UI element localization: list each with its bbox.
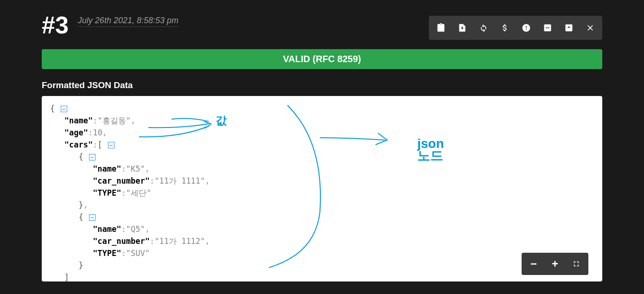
fullscreen-button[interactable] (566, 255, 587, 273)
json-key: "car_number" (93, 176, 150, 185)
json-value: "홍길동" (97, 116, 130, 125)
tab-number: #3 (42, 13, 69, 37)
json-key: "name" (93, 164, 121, 173)
validation-banner: VALID (RFC 8259) (42, 49, 602, 69)
json-value: "11가 1111" (154, 176, 205, 185)
close-button[interactable] (580, 18, 600, 38)
json-key: "name" (93, 224, 121, 234)
zoom-out-button[interactable]: − (523, 255, 544, 273)
minimize-button[interactable] (537, 18, 558, 38)
json-key: "TYPE" (93, 188, 121, 198)
json-value: "Q5" (126, 224, 145, 234)
json-value: "11가 1112" (154, 236, 205, 246)
header-row: #3 July 26th 2021, 8:58:53 pm (42, 13, 602, 40)
json-key: "age" (64, 128, 88, 137)
json-panel: { – "name":"홍길동", "age":10, "cars":[ – {… (42, 96, 602, 281)
json-value: 10 (93, 128, 102, 137)
json-key: "name" (64, 116, 93, 125)
error-info-button[interactable] (516, 18, 536, 38)
collapse-icon[interactable]: – (61, 106, 67, 112)
download-button[interactable] (452, 18, 472, 38)
expand-up-button[interactable] (559, 18, 579, 38)
dollar-button[interactable] (495, 18, 515, 38)
json-key: "car_number" (93, 236, 150, 246)
section-title: Formatted JSON Data (42, 80, 602, 90)
zoom-in-button[interactable]: + (545, 255, 565, 273)
collapse-icon[interactable]: – (89, 214, 96, 221)
paste-button[interactable] (431, 18, 451, 38)
toolbar (429, 16, 602, 40)
collapse-icon[interactable]: – (89, 154, 96, 160)
json-value: "SUV" (126, 249, 150, 258)
refresh-button[interactable] (473, 18, 494, 38)
json-value: "세단" (126, 188, 151, 198)
timestamp: July 26th 2021, 8:58:53 pm (78, 16, 179, 27)
json-key: "cars" (64, 140, 93, 149)
collapse-icon[interactable]: – (108, 142, 115, 148)
json-content[interactable]: { – "name":"홍길동", "age":10, "cars":[ – {… (42, 96, 602, 281)
json-value: "K5" (126, 164, 145, 173)
zoom-controls: − + (522, 253, 588, 275)
json-key: "TYPE" (93, 249, 121, 258)
